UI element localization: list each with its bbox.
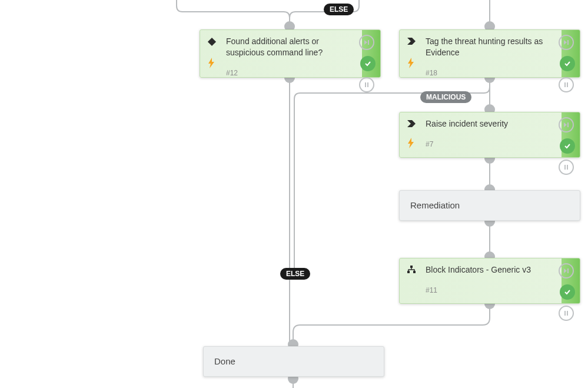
tree-icon bbox=[407, 266, 416, 276]
task-node-18[interactable]: Tag the threat hunting results as Eviden… bbox=[399, 29, 580, 78]
branch-label-else: ELSE bbox=[324, 4, 354, 15]
section-node-remediation[interactable]: Remediation bbox=[399, 190, 580, 221]
bolt-icon bbox=[207, 58, 215, 70]
bolt-icon bbox=[407, 138, 415, 150]
pause-button[interactable] bbox=[559, 306, 574, 321]
task-tag: #11 bbox=[426, 286, 552, 294]
task-node-12[interactable]: Found additional alerts or suspicious co… bbox=[200, 29, 381, 78]
skip-button[interactable] bbox=[559, 263, 574, 278]
task-node-7[interactable]: Raise incident severity #7 bbox=[399, 112, 580, 158]
status-success-icon bbox=[560, 138, 575, 154]
bolt-icon bbox=[407, 58, 415, 70]
skip-button[interactable] bbox=[559, 117, 574, 132]
section-title: Done bbox=[214, 356, 235, 366]
task-title: Tag the threat hunting results as Eviden… bbox=[426, 36, 552, 58]
section-node-done[interactable]: Done bbox=[203, 346, 384, 377]
branch-label-malicious: MALICIOUS bbox=[420, 91, 471, 103]
task-title: Raise incident severity bbox=[426, 118, 552, 130]
status-success-icon bbox=[360, 56, 376, 71]
task-tag: #12 bbox=[226, 69, 352, 77]
task-tag: #7 bbox=[426, 140, 552, 148]
status-success-icon bbox=[560, 56, 575, 71]
branch-label-else: ELSE bbox=[280, 268, 310, 280]
chevron-icon bbox=[407, 37, 416, 47]
svg-rect-3 bbox=[413, 271, 416, 273]
svg-rect-0 bbox=[208, 38, 216, 46]
pause-button[interactable] bbox=[359, 77, 374, 92]
svg-rect-1 bbox=[410, 266, 413, 268]
pause-button[interactable] bbox=[559, 77, 574, 92]
task-title: Found additional alerts or suspicious co… bbox=[226, 36, 352, 58]
skip-button[interactable] bbox=[559, 35, 574, 50]
task-title: Block Indicators - Generic v3 bbox=[426, 264, 552, 276]
status-success-icon bbox=[560, 284, 575, 300]
diamond-icon bbox=[207, 37, 217, 48]
chevron-icon bbox=[407, 120, 416, 130]
pause-button[interactable] bbox=[559, 160, 574, 175]
task-tag: #18 bbox=[426, 69, 552, 77]
skip-button[interactable] bbox=[359, 35, 374, 50]
section-title: Remediation bbox=[410, 200, 460, 210]
task-node-11[interactable]: Block Indicators - Generic v3 #11 bbox=[399, 258, 580, 304]
svg-rect-2 bbox=[407, 271, 410, 273]
